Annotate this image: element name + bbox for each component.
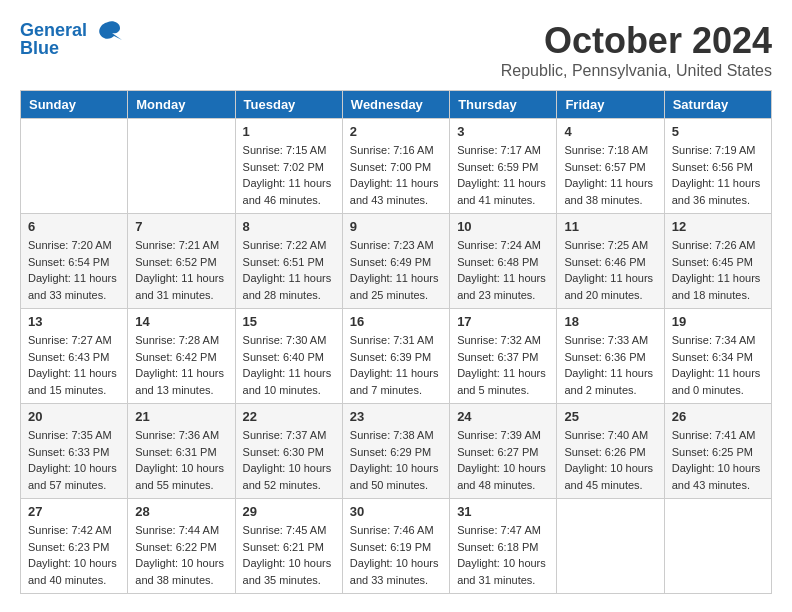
sunset-text: Sunset: 6:21 PM [243,539,335,556]
calendar-week-row: 13Sunrise: 7:27 AMSunset: 6:43 PMDayligh… [21,309,772,404]
day-number: 30 [350,504,442,519]
day-number: 9 [350,219,442,234]
calendar-day-cell: 18Sunrise: 7:33 AMSunset: 6:36 PMDayligh… [557,309,664,404]
day-number: 27 [28,504,120,519]
calendar-day-cell: 23Sunrise: 7:38 AMSunset: 6:29 PMDayligh… [342,404,449,499]
day-info: Sunrise: 7:46 AMSunset: 6:19 PMDaylight:… [350,522,442,588]
day-info: Sunrise: 7:16 AMSunset: 7:00 PMDaylight:… [350,142,442,208]
day-number: 24 [457,409,549,424]
daylight-text: Daylight: 11 hours and 20 minutes. [564,270,656,303]
day-info: Sunrise: 7:44 AMSunset: 6:22 PMDaylight:… [135,522,227,588]
daylight-text: Daylight: 11 hours and 10 minutes. [243,365,335,398]
daylight-text: Daylight: 11 hours and 18 minutes. [672,270,764,303]
daylight-text: Daylight: 10 hours and 52 minutes. [243,460,335,493]
calendar-day-cell: 15Sunrise: 7:30 AMSunset: 6:40 PMDayligh… [235,309,342,404]
page-header: General Blue October 2024 Republic, Penn… [20,20,772,80]
daylight-text: Daylight: 11 hours and 41 minutes. [457,175,549,208]
sunset-text: Sunset: 6:56 PM [672,159,764,176]
location: Republic, Pennsylvania, United States [501,62,772,80]
day-info: Sunrise: 7:28 AMSunset: 6:42 PMDaylight:… [135,332,227,398]
day-info: Sunrise: 7:47 AMSunset: 6:18 PMDaylight:… [457,522,549,588]
day-number: 17 [457,314,549,329]
sunset-text: Sunset: 7:00 PM [350,159,442,176]
daylight-text: Daylight: 11 hours and 15 minutes. [28,365,120,398]
daylight-text: Daylight: 11 hours and 31 minutes. [135,270,227,303]
calendar-day-cell: 19Sunrise: 7:34 AMSunset: 6:34 PMDayligh… [664,309,771,404]
daylight-text: Daylight: 11 hours and 0 minutes. [672,365,764,398]
day-info: Sunrise: 7:25 AMSunset: 6:46 PMDaylight:… [564,237,656,303]
calendar-day-cell: 31Sunrise: 7:47 AMSunset: 6:18 PMDayligh… [450,499,557,594]
sunrise-text: Sunrise: 7:42 AM [28,522,120,539]
weekday-header: Friday [557,91,664,119]
day-number: 2 [350,124,442,139]
bird-icon [94,20,122,42]
day-number: 25 [564,409,656,424]
daylight-text: Daylight: 11 hours and 28 minutes. [243,270,335,303]
calendar-day-cell: 27Sunrise: 7:42 AMSunset: 6:23 PMDayligh… [21,499,128,594]
day-number: 21 [135,409,227,424]
calendar-day-cell: 5Sunrise: 7:19 AMSunset: 6:56 PMDaylight… [664,119,771,214]
day-info: Sunrise: 7:45 AMSunset: 6:21 PMDaylight:… [243,522,335,588]
calendar-week-row: 20Sunrise: 7:35 AMSunset: 6:33 PMDayligh… [21,404,772,499]
day-number: 6 [28,219,120,234]
sunset-text: Sunset: 6:23 PM [28,539,120,556]
calendar-day-cell: 26Sunrise: 7:41 AMSunset: 6:25 PMDayligh… [664,404,771,499]
day-number: 23 [350,409,442,424]
weekday-header: Tuesday [235,91,342,119]
sunset-text: Sunset: 6:22 PM [135,539,227,556]
calendar-day-cell: 30Sunrise: 7:46 AMSunset: 6:19 PMDayligh… [342,499,449,594]
calendar-day-cell [664,499,771,594]
calendar-table: SundayMondayTuesdayWednesdayThursdayFrid… [20,90,772,594]
sunset-text: Sunset: 6:48 PM [457,254,549,271]
sunrise-text: Sunrise: 7:41 AM [672,427,764,444]
calendar-week-row: 6Sunrise: 7:20 AMSunset: 6:54 PMDaylight… [21,214,772,309]
sunrise-text: Sunrise: 7:27 AM [28,332,120,349]
day-number: 19 [672,314,764,329]
daylight-text: Daylight: 11 hours and 5 minutes. [457,365,549,398]
daylight-text: Daylight: 10 hours and 38 minutes. [135,555,227,588]
sunrise-text: Sunrise: 7:39 AM [457,427,549,444]
day-info: Sunrise: 7:41 AMSunset: 6:25 PMDaylight:… [672,427,764,493]
daylight-text: Daylight: 11 hours and 7 minutes. [350,365,442,398]
sunset-text: Sunset: 6:52 PM [135,254,227,271]
day-info: Sunrise: 7:42 AMSunset: 6:23 PMDaylight:… [28,522,120,588]
day-info: Sunrise: 7:15 AMSunset: 7:02 PMDaylight:… [243,142,335,208]
calendar-day-cell: 29Sunrise: 7:45 AMSunset: 6:21 PMDayligh… [235,499,342,594]
day-number: 7 [135,219,227,234]
calendar-day-cell: 14Sunrise: 7:28 AMSunset: 6:42 PMDayligh… [128,309,235,404]
day-info: Sunrise: 7:38 AMSunset: 6:29 PMDaylight:… [350,427,442,493]
sunset-text: Sunset: 6:46 PM [564,254,656,271]
sunrise-text: Sunrise: 7:44 AM [135,522,227,539]
calendar-day-cell: 2Sunrise: 7:16 AMSunset: 7:00 PMDaylight… [342,119,449,214]
daylight-text: Daylight: 10 hours and 57 minutes. [28,460,120,493]
sunset-text: Sunset: 6:25 PM [672,444,764,461]
day-info: Sunrise: 7:21 AMSunset: 6:52 PMDaylight:… [135,237,227,303]
sunset-text: Sunset: 6:43 PM [28,349,120,366]
sunrise-text: Sunrise: 7:15 AM [243,142,335,159]
day-number: 31 [457,504,549,519]
calendar-day-cell: 6Sunrise: 7:20 AMSunset: 6:54 PMDaylight… [21,214,128,309]
sunrise-text: Sunrise: 7:21 AM [135,237,227,254]
weekday-header: Monday [128,91,235,119]
calendar-day-cell: 25Sunrise: 7:40 AMSunset: 6:26 PMDayligh… [557,404,664,499]
day-info: Sunrise: 7:36 AMSunset: 6:31 PMDaylight:… [135,427,227,493]
sunset-text: Sunset: 6:26 PM [564,444,656,461]
daylight-text: Daylight: 10 hours and 55 minutes. [135,460,227,493]
calendar-day-cell [21,119,128,214]
calendar-day-cell: 1Sunrise: 7:15 AMSunset: 7:02 PMDaylight… [235,119,342,214]
day-info: Sunrise: 7:34 AMSunset: 6:34 PMDaylight:… [672,332,764,398]
day-info: Sunrise: 7:27 AMSunset: 6:43 PMDaylight:… [28,332,120,398]
daylight-text: Daylight: 11 hours and 43 minutes. [350,175,442,208]
day-number: 14 [135,314,227,329]
daylight-text: Daylight: 11 hours and 25 minutes. [350,270,442,303]
sunrise-text: Sunrise: 7:38 AM [350,427,442,444]
day-info: Sunrise: 7:33 AMSunset: 6:36 PMDaylight:… [564,332,656,398]
calendar-day-cell: 13Sunrise: 7:27 AMSunset: 6:43 PMDayligh… [21,309,128,404]
day-info: Sunrise: 7:17 AMSunset: 6:59 PMDaylight:… [457,142,549,208]
day-info: Sunrise: 7:31 AMSunset: 6:39 PMDaylight:… [350,332,442,398]
calendar-day-cell: 3Sunrise: 7:17 AMSunset: 6:59 PMDaylight… [450,119,557,214]
title-section: October 2024 Republic, Pennsylvania, Uni… [501,20,772,80]
sunset-text: Sunset: 6:39 PM [350,349,442,366]
daylight-text: Daylight: 11 hours and 38 minutes. [564,175,656,208]
day-info: Sunrise: 7:24 AMSunset: 6:48 PMDaylight:… [457,237,549,303]
